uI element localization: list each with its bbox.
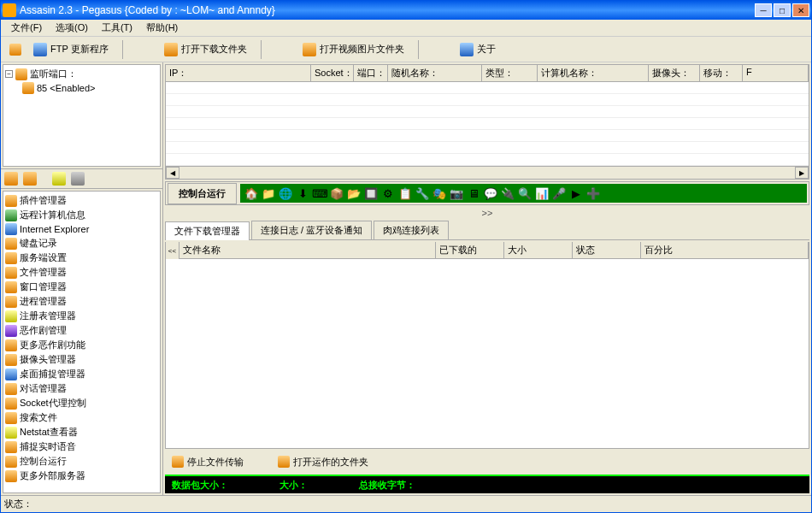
list-item[interactable]: Internet Explorer (5, 222, 158, 236)
info-icon (460, 43, 474, 56)
col-size[interactable]: 大小 (504, 242, 573, 258)
action-icon[interactable]: ⬇ (295, 186, 310, 201)
close-button[interactable]: ✕ (792, 3, 809, 17)
col-type[interactable]: 类型： (482, 65, 538, 81)
tool-icon-4[interactable] (71, 172, 85, 186)
action-icon[interactable]: ⌨ (312, 186, 327, 201)
open-working-folder-button[interactable]: 打开运作的文件夹 (278, 456, 368, 469)
app-icon (3, 3, 16, 17)
grid2-body[interactable] (166, 259, 809, 448)
list-item[interactable]: 键盘记录 (5, 236, 158, 251)
open-video-button[interactable]: 打开视频图片文件夹 (296, 41, 411, 58)
col-filename[interactable]: 文件名称 (179, 242, 436, 258)
tab-botlist[interactable]: 肉鸡连接列表 (374, 221, 449, 239)
list-item[interactable]: 更多外部服务器 (5, 469, 158, 483)
list-item[interactable]: 更多恶作剧功能 (5, 338, 158, 352)
list-item[interactable]: 服务端设置 (5, 251, 158, 265)
tool-icon-3[interactable] (52, 172, 66, 186)
list-item[interactable]: 注册表管理器 (5, 309, 158, 323)
action-icon[interactable]: 🔧 (415, 186, 430, 201)
col-randomname[interactable]: 随机名称： (388, 65, 482, 81)
list-item[interactable]: 摄像头管理器 (5, 352, 158, 367)
open-download-button[interactable]: 打开下载文件夹 (157, 41, 254, 58)
menu-file[interactable]: 文件(F) (4, 20, 49, 36)
window-icon (5, 281, 17, 293)
about-button[interactable]: 关于 (453, 41, 503, 58)
scroll-left-icon[interactable]: ◀ (166, 167, 179, 179)
ftp-update-button[interactable]: FTP 更新程序 (26, 41, 115, 58)
tool-icon-1[interactable] (4, 172, 18, 186)
console-run-button[interactable]: 控制台运行 (168, 183, 237, 204)
list-item[interactable]: 窗口管理器 (5, 280, 158, 294)
action-icon[interactable]: 📋 (397, 186, 413, 201)
col-more[interactable]: F (743, 65, 809, 81)
list-item[interactable]: 远程计算机信息 (5, 208, 158, 222)
list-item[interactable]: 搜索文件 (5, 410, 158, 425)
action-icon[interactable]: ➕ (585, 186, 601, 201)
action-icon[interactable]: 📷 (449, 186, 464, 201)
action-icon[interactable]: 🎭 (432, 186, 447, 201)
col-downloaded[interactable]: 已下载的 (436, 242, 504, 258)
action-icon[interactable]: 🔍 (517, 186, 533, 201)
action-icon[interactable]: 🔲 (363, 186, 379, 201)
action-icon[interactable]: 📊 (534, 186, 550, 201)
list-item[interactable]: 进程管理器 (5, 294, 158, 309)
col-port[interactable]: 端口： (354, 65, 388, 81)
total-bytes-label: 总接收字节： (359, 479, 415, 492)
col-socket[interactable]: Socket： (311, 65, 354, 81)
menu-tools[interactable]: 工具(T) (95, 20, 139, 36)
col-status[interactable]: 状态 (573, 242, 641, 258)
list-item[interactable]: 捕捉实时语音 (5, 439, 158, 454)
action-icon[interactable]: 🌐 (278, 186, 293, 201)
tree-child-label: 85 <Enabled> (37, 83, 96, 93)
action-icon[interactable]: 📂 (346, 186, 362, 201)
minimize-button[interactable]: ─ (755, 3, 772, 17)
feature-tree[interactable]: 插件管理器 远程计算机信息 Internet Explorer 键盘记录 服务端… (3, 191, 161, 493)
pkt-size-label: 数据包大小： (172, 479, 228, 492)
action-icon[interactable]: ▶ (568, 186, 584, 201)
grid-caret-left[interactable]: << (166, 242, 179, 259)
maximize-button[interactable]: □ (774, 3, 791, 17)
tool-icon-2[interactable] (23, 172, 37, 186)
action-icon[interactable]: ⚙ (380, 186, 396, 201)
h-scrollbar[interactable]: ◀ ▶ (166, 166, 809, 179)
scroll-right-icon[interactable]: ▶ (795, 167, 809, 179)
action-icon[interactable]: 🖥 (466, 186, 481, 201)
col-ip[interactable]: IP： (166, 65, 311, 81)
tab-log[interactable]: 连接日志 / 蓝牙设备通知 (251, 221, 372, 239)
about-label: 关于 (477, 43, 496, 56)
list-item[interactable]: Netstat查看器 (5, 425, 158, 439)
action-icon[interactable]: 📁 (261, 186, 276, 201)
menu-options[interactable]: 选项(O) (49, 20, 95, 36)
list-item[interactable]: 控制台运行 (5, 454, 158, 469)
tree-root[interactable]: −监听端口： (5, 67, 158, 81)
download-grid[interactable]: << 文件名称 已下载的 大小 状态 百分比 (165, 242, 809, 449)
action-icon[interactable]: 🎤 (551, 186, 567, 201)
list-item[interactable]: 恶作剧管理 (5, 323, 158, 338)
grid-body[interactable] (166, 82, 809, 166)
tree-child[interactable]: 85 <Enabled> (22, 81, 158, 95)
chat-icon (5, 383, 17, 395)
col-camera[interactable]: 摄像头： (649, 65, 700, 81)
port-tree[interactable]: −监听端口： 85 <Enabled> (3, 64, 161, 167)
col-computer[interactable]: 计算机名称： (538, 65, 649, 81)
action-icon[interactable]: 💬 (483, 186, 498, 201)
connections-grid[interactable]: IP： Socket： 端口： 随机名称： 类型： 计算机名称： 摄像头： 移动… (165, 64, 809, 180)
action-icon[interactable]: 🏠 (244, 186, 259, 201)
stop-transfer-button[interactable]: 停止文件传输 (172, 456, 244, 469)
list-item[interactable]: 插件管理器 (5, 193, 158, 208)
expand-icon[interactable]: − (5, 70, 13, 78)
col-mobile[interactable]: 移动： (700, 65, 743, 81)
col-percent[interactable]: 百分比 (641, 242, 809, 258)
list-item[interactable]: 桌面捕捉管理器 (5, 367, 158, 381)
list-item[interactable]: Socket代理控制 (5, 396, 158, 410)
collapse-caret[interactable]: >> (165, 207, 809, 219)
list-item[interactable]: 文件管理器 (5, 265, 158, 280)
menu-help[interactable]: 帮助(H) (139, 20, 185, 36)
tab-download-mgr[interactable]: 文件下载管理器 (165, 221, 250, 240)
action-icon[interactable]: 🔌 (500, 186, 515, 201)
list-item[interactable]: 对话管理器 (5, 381, 158, 396)
box-icon[interactable] (9, 44, 21, 56)
action-icon[interactable]: 📦 (329, 186, 344, 201)
titlebar: Assasin 2.3 - Pegasus {Coded by : ~LOM~ … (1, 1, 811, 20)
